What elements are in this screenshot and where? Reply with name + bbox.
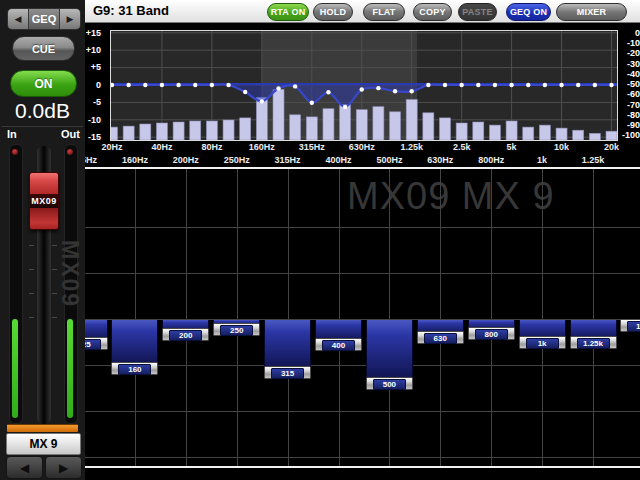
grid-line [186, 169, 187, 466]
rta-bar [240, 118, 251, 140]
rta-bar [323, 109, 334, 140]
rta-bar [140, 124, 151, 140]
grid-line [85, 273, 640, 274]
band-point-dot [343, 105, 347, 109]
freq-axis-label: 630Hz [340, 142, 384, 152]
copy-button[interactable]: COPY [413, 3, 452, 21]
band-fader-handle[interactable]: 160 [111, 362, 158, 375]
fader-gain-readout: 0.0dB [0, 98, 85, 124]
band-point-dot [426, 83, 430, 87]
rta-axis-label: -30 [619, 59, 640, 69]
channel-name-label: MX 9 [6, 433, 81, 455]
band-fader-handle[interactable]: 250 [213, 323, 260, 336]
grid-line [288, 169, 289, 466]
band-fader-handle[interactable]: 1.6k [620, 319, 640, 332]
geq-next-button[interactable]: ▶ [60, 9, 80, 29]
band-freq-label: 400Hz [317, 155, 361, 165]
rta-bar [390, 112, 401, 140]
right-arrow-icon: ▶ [67, 14, 74, 24]
next-channel-button[interactable]: ▶ [45, 456, 82, 479]
flat-button[interactable]: FLAT [363, 3, 405, 21]
rta-bar [190, 121, 201, 140]
geq-nav-control: ◀ GEQ ▶ [7, 8, 81, 30]
rta-on-button[interactable]: RTA ON [267, 3, 309, 21]
band-point-dot [360, 87, 364, 91]
rta-bar [506, 121, 517, 140]
sidebar-divider [2, 126, 83, 127]
rta-axis-label: -50 [619, 79, 640, 89]
band-freq-label: 1.25k [571, 155, 615, 165]
band-point-dot [609, 83, 613, 87]
band-point-dot [543, 83, 547, 87]
freq-axis-label: 10k [540, 142, 584, 152]
rta-bar [489, 125, 500, 140]
rta-bar [173, 122, 184, 140]
band-point-dot [260, 99, 264, 103]
channel-fader-handle[interactable]: MX09 [29, 172, 59, 230]
prev-channel-button[interactable]: ◀ [6, 456, 43, 479]
on-button[interactable]: ON [10, 70, 77, 97]
band-fader-handle[interactable]: 630 [417, 331, 464, 344]
freq-axis-label: 315Hz [290, 142, 334, 152]
paste-button[interactable]: PASTE [458, 3, 497, 21]
band-fader-handle[interactable]: 1k [519, 336, 566, 349]
clip-led-out [67, 149, 73, 155]
band-point-dot [410, 89, 414, 93]
band-fader-handle[interactable]: 315 [264, 366, 311, 379]
rta-bar [356, 110, 367, 140]
freq-axis-label: 160Hz [240, 142, 284, 152]
rta-axis-label: -100 [619, 130, 640, 140]
channel-sidebar: ◀ GEQ ▶ CUE ON 0.0dB In Out M [0, 0, 86, 480]
rta-bar [423, 113, 434, 140]
grid-line [593, 169, 594, 466]
rta-bar [573, 130, 584, 140]
band-freq-handle-label: 315 [271, 368, 304, 379]
rta-bar [606, 131, 617, 140]
grid-line [135, 169, 136, 466]
freq-axis-label: 5k [490, 142, 534, 152]
band-point-dot [193, 83, 197, 87]
band-point-dot [493, 83, 497, 87]
cue-button[interactable]: CUE [12, 36, 75, 61]
band-fader-handle[interactable]: 200 [162, 328, 209, 341]
band-fader-handle[interactable]: 500 [366, 377, 413, 390]
rta-bar [589, 133, 600, 140]
rta-bar [256, 97, 267, 140]
channel-color-bar [7, 424, 78, 432]
band-freq-handle-label: 1.6k [627, 321, 640, 332]
band-point-dot [126, 83, 130, 87]
band-gain-fill [111, 320, 158, 365]
grid-line [85, 457, 640, 458]
freq-axis-label: 1.25k [390, 142, 434, 152]
band-freq-handle-label: 400 [322, 340, 355, 351]
page-title: G9: 31 Band [93, 0, 169, 22]
band-gain-fill [366, 320, 413, 380]
fader-tick [29, 245, 34, 246]
band-point-dot [243, 90, 247, 94]
rta-bar [290, 115, 301, 140]
eq-rta-plot[interactable] [110, 30, 618, 141]
geq-on-button[interactable]: GEQ ON [506, 3, 551, 21]
grid-line [85, 227, 640, 228]
grid-line [389, 169, 390, 466]
band-freq-handle-label: 250 [220, 325, 253, 336]
mixer-button[interactable]: MIXER [556, 3, 627, 21]
grid-line [491, 169, 492, 466]
band-fader-handle[interactable]: 400 [315, 338, 362, 351]
band-fader-handle[interactable]: 1.25k [570, 336, 617, 349]
db-axis-label: -15 [85, 132, 101, 142]
band-fader-handle[interactable]: 800 [468, 327, 515, 340]
hold-button[interactable]: HOLD [313, 3, 353, 21]
geq-nav-label[interactable]: GEQ [29, 9, 60, 29]
clip-led-in [12, 149, 18, 155]
rta-axis-label: -90 [619, 120, 640, 130]
band-fader-handle[interactable]: 125 [85, 337, 108, 350]
rta-axis-label: -60 [619, 89, 640, 99]
rta-bar [340, 105, 351, 140]
geq-prev-button[interactable]: ◀ [8, 9, 29, 29]
band-point-dot [509, 83, 513, 87]
band-freq-label: 1k [520, 155, 564, 165]
grid-line [85, 411, 640, 412]
band-point-dot [459, 83, 463, 87]
channel-watermark: MX09 MX 9 [347, 175, 555, 218]
